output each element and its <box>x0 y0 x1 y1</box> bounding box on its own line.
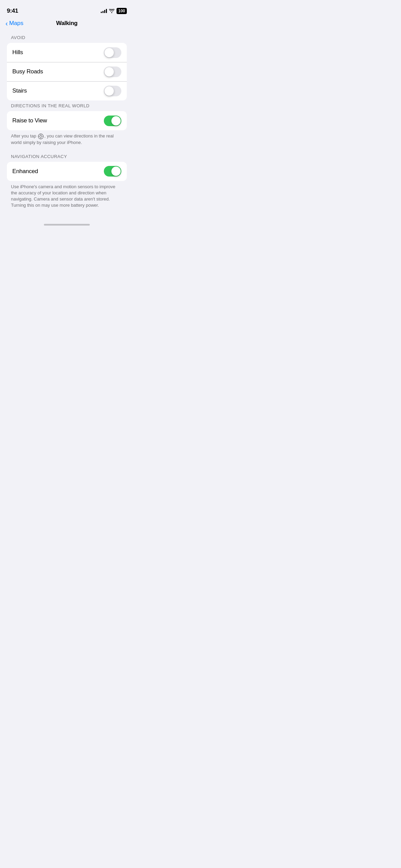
avoid-section-heading: AVOID <box>0 35 134 43</box>
enhanced-toggle[interactable] <box>104 166 121 177</box>
avoid-card: Hills Busy Roads Stairs <box>7 43 127 100</box>
enhanced-row: Enhanced <box>7 162 127 181</box>
enhanced-label: Enhanced <box>12 168 38 175</box>
busy-roads-label: Busy Roads <box>12 68 43 75</box>
directions-section: DIRECTIONS IN THE REAL WORLD Raise to Vi… <box>0 103 134 151</box>
raise-to-view-toggle-knob <box>111 116 121 125</box>
chevron-left-icon: ‹ <box>5 20 8 27</box>
signal-icon <box>101 9 107 13</box>
raise-to-view-toggle[interactable] <box>104 116 121 126</box>
navigation-accuracy-footer: Use iPhone's camera and motion sensors t… <box>0 181 134 214</box>
directions-card: Raise to View <box>7 111 127 130</box>
status-bar: 9:41 100 <box>0 0 134 17</box>
hills-label: Hills <box>12 49 23 56</box>
main-content: AVOID Hills Busy Roads Stairs <box>0 32 134 214</box>
navigation-accuracy-section: NAVIGATION ACCURACY Enhanced Use iPhone'… <box>0 154 134 214</box>
back-button[interactable]: ‹ Maps <box>5 20 23 27</box>
battery-icon: 100 <box>117 8 127 14</box>
stairs-toggle-knob <box>105 86 114 96</box>
directions-section-footer: After you tap , you can view directions … <box>0 130 134 151</box>
status-icons: 100 <box>101 8 127 14</box>
page-title: Walking <box>56 20 77 27</box>
stairs-toggle[interactable] <box>104 86 121 96</box>
navigation-accuracy-card: Enhanced <box>7 162 127 181</box>
navigation-header: ‹ Maps Walking <box>0 17 134 32</box>
wifi-icon <box>109 9 114 13</box>
avoid-section: AVOID Hills Busy Roads Stairs <box>0 35 134 100</box>
enhanced-toggle-knob <box>111 167 121 176</box>
hills-row: Hills <box>7 43 127 62</box>
hills-toggle-knob <box>105 48 114 57</box>
stairs-label: Stairs <box>12 87 27 94</box>
ar-icon <box>38 133 44 140</box>
busy-roads-toggle[interactable] <box>104 67 121 77</box>
directions-section-heading: DIRECTIONS IN THE REAL WORLD <box>0 103 134 111</box>
status-time: 9:41 <box>7 8 18 14</box>
home-indicator <box>0 217 134 228</box>
stairs-row: Stairs <box>7 81 127 100</box>
home-bar <box>44 224 90 226</box>
raise-to-view-row: Raise to View <box>7 111 127 130</box>
busy-roads-row: Busy Roads <box>7 62 127 81</box>
svg-point-1 <box>40 135 42 137</box>
back-label: Maps <box>9 20 24 27</box>
navigation-accuracy-heading: NAVIGATION ACCURACY <box>0 154 134 162</box>
busy-roads-toggle-knob <box>105 67 114 76</box>
hills-toggle[interactable] <box>104 47 121 58</box>
raise-to-view-label: Raise to View <box>12 117 47 124</box>
